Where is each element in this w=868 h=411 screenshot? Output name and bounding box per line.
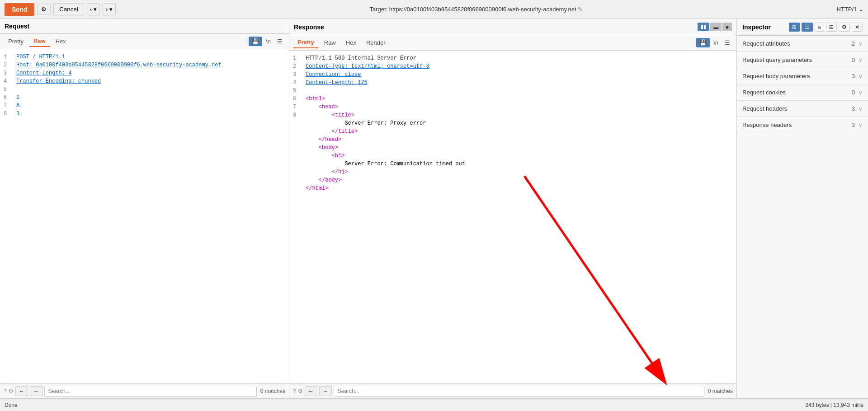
tab-response-pretty[interactable]: Pretty (293, 37, 319, 48)
response-save-icon[interactable]: 💾 (696, 38, 710, 47)
request-panel-header: Request (0, 19, 289, 34)
request-line-4: 4 Transfer-Encoding: chunked (4, 77, 285, 85)
status-bytes: 243 bytes | 13,943 millis (805, 402, 863, 408)
response-line-4: 4 Content-Length: 125 (293, 79, 733, 87)
tab-response-raw[interactable]: Raw (320, 37, 340, 48)
inspector-row-request-headers[interactable]: Request headers 3 ∨ (737, 101, 868, 117)
inspector-row-count-request-headers: 3 (852, 105, 855, 112)
response-search-matches: 0 matches (708, 388, 733, 394)
target-url-value: https://0a0100f403b95445828f0669000900f6… (389, 6, 576, 13)
edit-target-icon[interactable]: ✎ (578, 6, 583, 13)
request-code-area[interactable]: 1 POST / HTTP/1.1 2 Host: 0a0100f403b954… (0, 49, 289, 383)
inspector-row-label-request-cookies: Request cookies (742, 89, 852, 96)
inspector-close-btn[interactable]: ✕ (852, 23, 863, 32)
inspector-panel: Inspector ⊞ ☰ ≡ ⊟ ⚙ ✕ Request attributes… (737, 19, 868, 398)
settings-button[interactable]: ⚙ (37, 4, 51, 15)
view-btn-split-vertical[interactable]: ▮▮ (698, 23, 709, 31)
inspector-row-request-cookies[interactable]: Request cookies 0 ∨ (737, 84, 868, 101)
top-toolbar: Send ⚙ Cancel ‹ ▾ › ▾ Target: https://0a… (0, 0, 868, 19)
inspector-chevron-request-cookies: ∨ (859, 89, 863, 96)
inspector-row-count-request-query: 0 (852, 56, 855, 63)
request-search-matches: 0 matches (260, 388, 285, 394)
response-search-forward-btn[interactable]: → (319, 386, 332, 396)
response-line-8: 8 <title> (293, 111, 733, 119)
inspector-chevron-response-headers: ∨ (859, 122, 863, 128)
response-line-5: 5 (293, 87, 733, 95)
inspector-row-count-request-attributes: 2 (852, 40, 855, 47)
inspector-row-count-request-body: 3 (852, 73, 855, 79)
response-search-help-icon[interactable]: ? (293, 388, 296, 394)
send-button[interactable]: Send (5, 3, 34, 16)
target-prefix: Target: (369, 6, 389, 13)
response-line-10: </title> (293, 127, 733, 135)
tab-response-hex[interactable]: Hex (341, 37, 361, 48)
response-line-14: Server Error: Communication timed out (293, 160, 733, 168)
response-menu-icon[interactable]: ☰ (722, 38, 733, 47)
request-search-gear-icon[interactable]: ⚙ (9, 388, 14, 394)
status-bar: Done 243 bytes | 13,943 millis (0, 398, 868, 411)
response-search-back-btn[interactable]: ← (305, 386, 317, 396)
request-search-input[interactable] (44, 386, 257, 397)
response-line-13: <h1> (293, 152, 733, 160)
response-newline-icon[interactable]: \n (711, 38, 721, 47)
inspector-row-label-request-headers: Request headers (742, 105, 852, 112)
response-panel: Response ▮▮ ▬ ■ Pretty Raw Hex Render 💾 … (289, 19, 737, 398)
inspector-list-view-btn[interactable]: ☰ (802, 23, 813, 32)
inspector-chevron-request-query: ∨ (859, 57, 863, 63)
cancel-button[interactable]: Cancel (53, 3, 84, 15)
response-line-1: 1 HTTP/1.1 500 Internal Server Error (293, 54, 733, 62)
inspector-row-request-body[interactable]: Request body parameters 3 ∨ (737, 68, 868, 84)
response-line-3: 3 Connection: close (293, 70, 733, 79)
nav-forward-button[interactable]: › ▾ (103, 3, 116, 15)
request-line-6: 6 1 (4, 93, 285, 102)
nav-back-button[interactable]: ‹ ▾ (87, 3, 100, 15)
request-save-icon[interactable]: 💾 (249, 37, 262, 46)
tab-request-raw[interactable]: Raw (29, 36, 50, 47)
inspector-chevron-request-attributes: ∨ (859, 41, 863, 47)
inspector-align-left-btn[interactable]: ≡ (815, 23, 824, 32)
view-btn-split-horizontal[interactable]: ▬ (710, 23, 722, 31)
inspector-row-label-response-headers: Response headers (742, 121, 852, 128)
response-title: Response (294, 23, 324, 31)
request-search-forward-btn[interactable]: → (30, 386, 42, 396)
request-newline-icon[interactable]: \n (263, 37, 274, 46)
inspector-title: Inspector (742, 23, 789, 31)
tab-request-pretty[interactable]: Pretty (4, 36, 28, 47)
response-line-6: 6 <html> (293, 95, 733, 103)
http-version[interactable]: HTTP/1 ⌄ (837, 6, 863, 13)
response-search-bar: ? ⚙ ← → 0 matches (289, 383, 736, 398)
response-code-area[interactable]: 1 HTTP/1.1 500 Internal Server Error 2 C… (289, 51, 736, 383)
response-line-9: Server Error: Proxy error (293, 119, 733, 127)
request-search-bar: ? ⚙ ← → 0 matches (0, 383, 289, 398)
response-tab-bar: Pretty Raw Hex Render 💾 \n ☰ (289, 35, 736, 51)
inspector-split-btn[interactable]: ⊟ (826, 23, 837, 32)
request-menu-icon[interactable]: ☰ (274, 37, 285, 46)
response-line-16: </body> (293, 176, 733, 184)
inspector-row-request-attributes[interactable]: Request attributes 2 ∨ (737, 36, 868, 52)
request-search-back-btn[interactable]: ← (15, 386, 28, 396)
request-line-2: 2 Host: 0a0100f403b95445828f0669000900f6… (4, 61, 285, 69)
inspector-row-label-request-query: Request query parameters (742, 56, 852, 63)
tab-request-hex[interactable]: Hex (51, 36, 71, 47)
inspector-row-response-headers[interactable]: Response headers 3 ∨ (737, 117, 868, 133)
request-line-5: 5 (4, 85, 285, 93)
tab-response-render[interactable]: Render (362, 37, 390, 48)
response-line-7: 7 <head> (293, 103, 733, 111)
view-btn-full[interactable]: ■ (722, 23, 732, 31)
response-search-gear-icon[interactable]: ⚙ (298, 388, 303, 394)
request-search-help-icon[interactable]: ? (4, 388, 7, 394)
response-line-11: </head> (293, 135, 733, 144)
inspector-grid-view-btn[interactable]: ⊞ (789, 23, 800, 32)
request-line-8: 8 B (4, 110, 285, 118)
status-done: Done (5, 402, 805, 408)
inspector-row-label-request-attributes: Request attributes (742, 40, 852, 47)
inspector-settings-btn[interactable]: ⚙ (839, 23, 850, 32)
request-line-3: 3 Content-Length: 4 (4, 69, 285, 77)
response-panel-header: Response ▮▮ ▬ ■ (289, 19, 736, 35)
request-title: Request (5, 23, 29, 30)
inspector-chevron-request-headers: ∨ (859, 106, 863, 112)
request-panel: Request Pretty Raw Hex 💾 \n ☰ 1 POST / H… (0, 19, 289, 398)
response-search-input[interactable] (334, 386, 704, 397)
request-line-7: 7 A (4, 102, 285, 110)
inspector-row-request-query[interactable]: Request query parameters 0 ∨ (737, 52, 868, 68)
